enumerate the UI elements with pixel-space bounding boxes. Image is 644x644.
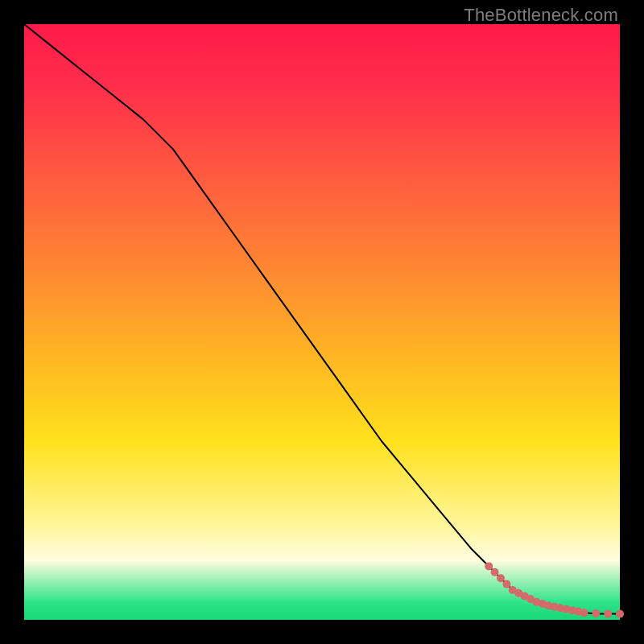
data-point <box>616 610 624 618</box>
data-point <box>502 580 510 588</box>
data-point <box>604 610 612 618</box>
data-points <box>485 562 624 617</box>
chart-svg <box>24 24 620 620</box>
data-point <box>485 562 493 570</box>
curve-line <box>24 24 620 614</box>
watermark-text: TheBottleneck.com <box>464 5 618 26</box>
data-point <box>592 609 600 617</box>
data-point <box>491 568 499 576</box>
chart-frame: TheBottleneck.com <box>0 0 644 644</box>
data-point <box>580 609 588 617</box>
plot-area <box>24 24 620 620</box>
data-point <box>497 574 505 582</box>
